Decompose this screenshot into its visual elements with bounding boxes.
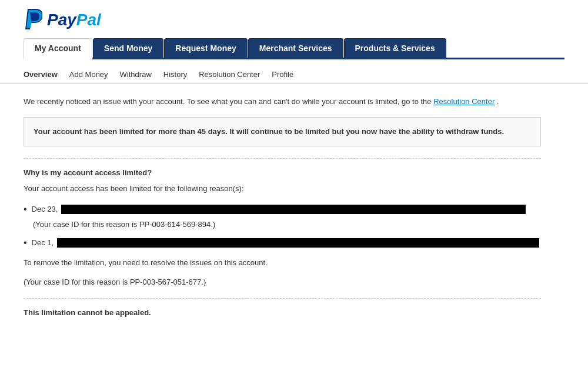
- reason-2-redacted: [57, 238, 539, 248]
- subnav-profile[interactable]: Profile: [272, 69, 293, 80]
- nav-send-money[interactable]: Send Money: [93, 38, 163, 58]
- subnav-overview[interactable]: Overview: [24, 69, 58, 80]
- secondary-nav: Overview Add Money Withdraw History Reso…: [0, 65, 588, 84]
- reason-1-redacted: [61, 205, 526, 214]
- resolution-center-link[interactable]: Resolution Center: [433, 97, 495, 106]
- nav-request-money[interactable]: Request Money: [164, 38, 247, 58]
- final-heading: This limitation cannot be appealed.: [24, 308, 541, 317]
- divider-1: [24, 158, 541, 159]
- nav-products-services[interactable]: Products & Services: [344, 38, 446, 58]
- nav-my-account[interactable]: My Account: [24, 38, 92, 59]
- notice-paragraph: We recently noticed an issue with your a…: [24, 96, 541, 108]
- warning-box: Your account has been limited for more t…: [24, 117, 541, 147]
- primary-nav: My Account Send Money Request Money Merc…: [24, 38, 564, 59]
- paypal-logo: PayPal: [24, 9, 564, 31]
- reason-item-2-text: Dec 1,: [32, 237, 540, 249]
- warning-text: Your account has been limited for more t…: [34, 127, 504, 136]
- paypal-logo-text: PayPal: [47, 11, 101, 29]
- subnav-withdraw[interactable]: Withdraw: [120, 69, 152, 80]
- subnav-add-money[interactable]: Add Money: [69, 69, 108, 80]
- header: PayPal My Account Send Money Request Mon…: [0, 0, 588, 65]
- notice-text-after: .: [497, 97, 499, 106]
- main-content: We recently noticed an issue with your a…: [0, 84, 564, 335]
- case-id-1: (Your case ID for this reason is PP-003-…: [33, 220, 541, 229]
- reason-item-2: Dec 1,: [24, 236, 541, 250]
- case-id-2: (Your case ID for this reason is PP-003-…: [24, 276, 541, 289]
- divider-2: [24, 298, 541, 299]
- reason-intro: Your account access has been limited for…: [24, 183, 541, 195]
- nav-merchant-services[interactable]: Merchant Services: [248, 38, 343, 58]
- reason-item-1-text: Dec 23,: [32, 203, 526, 215]
- notice-text: We recently noticed an issue with your a…: [24, 97, 433, 106]
- reason-1-date: Dec 23,: [32, 203, 58, 215]
- paypal-p-icon: [24, 9, 42, 31]
- reason-2-date: Dec 1,: [32, 237, 54, 249]
- reason-item-1: Dec 23,: [24, 202, 541, 216]
- section-heading: Why is my account access limited?: [24, 168, 541, 177]
- subnav-history[interactable]: History: [163, 69, 187, 80]
- remove-limitation-text: To remove the limitation, you need to re…: [24, 257, 541, 269]
- subnav-resolution-center[interactable]: Resolution Center: [199, 69, 260, 80]
